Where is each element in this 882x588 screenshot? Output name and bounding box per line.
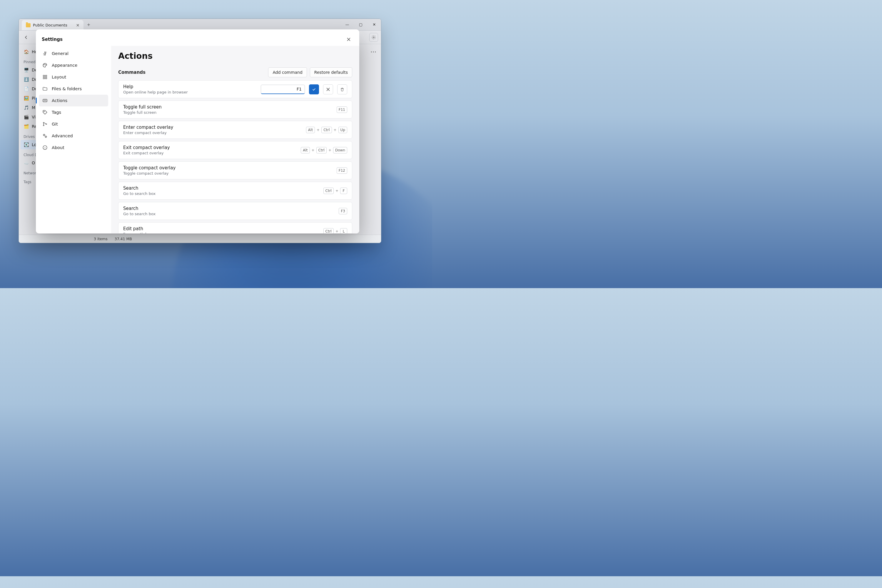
command-row[interactable]: Edit pathFocus path barCtrl+L [118, 222, 352, 233]
svg-point-1 [45, 53, 46, 54]
command-row[interactable]: SearchGo to search boxCtrl+F [118, 182, 352, 200]
svg-rect-11 [43, 99, 47, 102]
nav-item-advanced[interactable]: Advanced [39, 130, 108, 142]
svg-rect-7 [43, 75, 45, 77]
section-label-commands: Commands [118, 70, 146, 75]
svg-rect-9 [43, 78, 45, 79]
status-item-count: 3 items [94, 237, 108, 241]
command-desc: Exit compact overlay [123, 151, 297, 155]
nav-item-label: Advanced [52, 134, 73, 138]
settings-content: Actions Commands Add command Restore def… [111, 46, 359, 233]
svg-point-15 [46, 124, 47, 124]
nav-item-label: Tags [52, 110, 61, 115]
files-icon [42, 86, 48, 92]
back-button[interactable] [22, 33, 31, 42]
nav-item-label: Layout [52, 75, 66, 80]
delete-command-button[interactable] [337, 84, 347, 94]
command-desc: Go to search box [123, 212, 334, 216]
close-window-button[interactable]: ✕ [368, 19, 381, 30]
key-badge: F3 [339, 208, 347, 214]
command-row[interactable]: Enter compact overlayEnter compact overl… [118, 121, 352, 139]
about-icon [42, 145, 48, 150]
command-row[interactable]: Exit compact overlayExit compact overlay… [118, 141, 352, 159]
command-title: Edit path [123, 226, 319, 231]
shortcut-keys: Alt+Ctrl+Up [306, 127, 347, 133]
nav-item-files[interactable]: Files & folders [39, 83, 108, 94]
titlebar: Public Documents ✕ ＋ — ▢ ✕ [19, 19, 381, 31]
cancel-shortcut-button[interactable] [323, 84, 333, 94]
command-desc: Focus path bar [123, 232, 319, 233]
nav-item-appearance[interactable]: Appearance [39, 59, 108, 71]
status-size: 37.41 MB [115, 237, 132, 241]
shortcut-keys: Ctrl+L [323, 228, 347, 234]
git-icon [42, 122, 48, 127]
shortcut-keys: Ctrl+F [323, 188, 347, 194]
general-icon [42, 51, 48, 56]
maximize-button[interactable]: ▢ [354, 19, 368, 30]
minimize-button[interactable]: — [340, 19, 354, 30]
new-tab-button[interactable]: ＋ [84, 19, 93, 30]
pinned-item-icon: 🎵 [24, 105, 29, 110]
nav-item-tags[interactable]: Tags [39, 106, 108, 118]
nav-item-actions[interactable]: Actions [39, 94, 108, 106]
drive-icon: 💽 [24, 142, 29, 147]
key-badge: Alt [301, 147, 310, 153]
nav-item-label: Files & folders [52, 86, 82, 91]
svg-point-4 [44, 64, 44, 65]
command-title: Exit compact overlay [123, 145, 297, 150]
key-badge: Up [338, 127, 347, 133]
nav-item-about[interactable]: About [39, 142, 108, 153]
nav-item-git[interactable]: Git [39, 118, 108, 130]
pinned-item-icon: 🗂️ [24, 124, 29, 129]
tab-public-documents[interactable]: Public Documents ✕ [22, 20, 84, 30]
pinned-item-icon: 🖥️ [24, 68, 29, 73]
command-row[interactable]: SearchGo to search boxF3 [118, 202, 352, 220]
add-command-button[interactable]: Add command [268, 68, 307, 77]
key-badge: F11 [337, 106, 347, 113]
key-badge: Ctrl [323, 228, 334, 234]
appearance-icon [42, 63, 48, 68]
key-badge: F [340, 188, 347, 194]
more-menu-icon[interactable]: ⋯ [370, 48, 376, 55]
svg-point-17 [45, 136, 47, 138]
settings-dialog: Settings GeneralAppearanceLayoutFiles & … [36, 29, 359, 233]
command-row[interactable]: Toggle compact overlayToggle compact ove… [118, 161, 352, 179]
restore-defaults-button[interactable]: Restore defaults [310, 68, 352, 77]
actions-icon [42, 98, 48, 103]
page-title: Actions [118, 51, 352, 61]
pinned-item-icon: ⬇️ [24, 77, 29, 82]
pinned-item-icon: 🖼️ [24, 96, 29, 101]
command-title: Enter compact overlay [123, 124, 302, 130]
svg-rect-8 [46, 75, 47, 77]
command-desc: Toggle compact overlay [123, 171, 333, 176]
shortcut-keys: F11 [337, 106, 347, 113]
shortcut-input[interactable] [261, 85, 305, 94]
key-badge: F12 [337, 167, 347, 174]
svg-point-0 [373, 37, 374, 38]
key-badge: Alt [306, 127, 315, 133]
status-bar: 3 items 37.41 MB [19, 235, 381, 243]
confirm-shortcut-button[interactable] [309, 84, 319, 94]
pinned-item-icon: 🎬 [24, 114, 29, 120]
cloud-icon: ☁️ [24, 160, 29, 165]
svg-point-2 [45, 52, 46, 52]
svg-point-6 [46, 64, 46, 65]
command-row[interactable]: Toggle full screenToggle full screenF11 [118, 100, 352, 118]
svg-rect-10 [46, 78, 47, 79]
nav-item-general[interactable]: General [39, 48, 108, 59]
command-title: Help [123, 84, 256, 89]
window-controls: — ▢ ✕ [340, 19, 381, 30]
command-row[interactable]: HelpOpen online help page in browser [118, 80, 352, 98]
settings-gear-icon[interactable] [369, 33, 378, 42]
shortcut-keys: F12 [337, 167, 347, 174]
dialog-close-button[interactable] [344, 35, 353, 44]
nav-item-layout[interactable]: Layout [39, 71, 108, 83]
tab-close-icon[interactable]: ✕ [76, 23, 80, 28]
svg-point-12 [44, 111, 44, 112]
tags-icon [42, 110, 48, 115]
svg-point-13 [43, 122, 44, 123]
command-title: Search [123, 186, 319, 191]
command-desc: Toggle full screen [123, 110, 333, 115]
key-badge: Ctrl [316, 147, 327, 153]
pinned-item-icon: 📄 [24, 86, 29, 92]
